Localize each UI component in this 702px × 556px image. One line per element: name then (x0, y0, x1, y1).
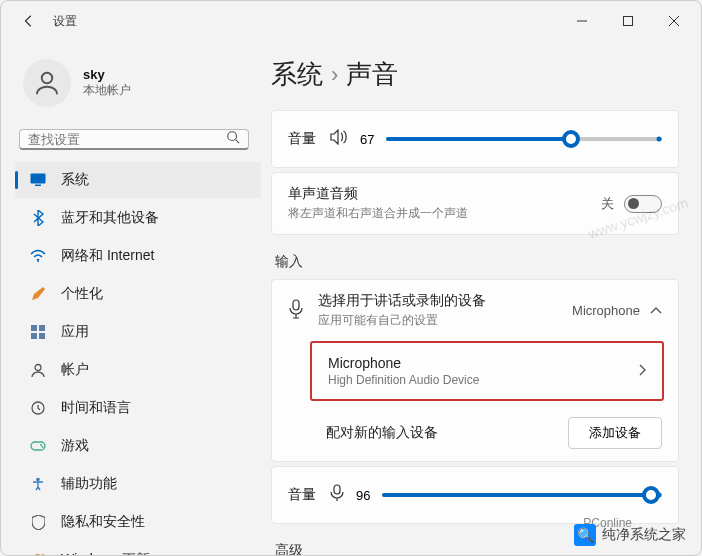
maximize-button[interactable] (605, 5, 651, 37)
pair-device-row: 配对新的输入设备 添加设备 (310, 405, 678, 461)
section-advanced: 高级 (275, 542, 679, 555)
svg-rect-12 (31, 333, 37, 339)
svg-rect-21 (334, 485, 340, 494)
svg-rect-13 (39, 333, 45, 339)
sidebar-item-time[interactable]: 时间和语言 (15, 390, 261, 426)
window-title: 设置 (53, 13, 77, 30)
svg-point-14 (35, 365, 41, 371)
sidebar-item-label: 个性化 (61, 285, 103, 303)
back-button[interactable] (17, 9, 41, 33)
mono-title: 单声道音频 (288, 185, 587, 203)
sidebar-item-bluetooth[interactable]: 蓝牙和其他设备 (15, 200, 261, 236)
search-input[interactable] (28, 132, 226, 147)
chevron-right-icon: › (331, 62, 338, 88)
apps-icon (29, 323, 47, 341)
input-volume-row[interactable]: 音量 96 (272, 467, 678, 523)
gamepad-icon (29, 437, 47, 455)
input-volume-value: 96 (356, 488, 370, 503)
speaker-icon[interactable] (330, 129, 348, 149)
sidebar-item-label: Windows 更新 (61, 551, 150, 555)
add-device-button[interactable]: 添加设备 (568, 417, 662, 449)
choose-value: Microphone (572, 303, 640, 318)
sidebar-item-label: 辅助功能 (61, 475, 117, 493)
profile-block[interactable]: sky 本地帐户 (15, 49, 261, 123)
mono-sub: 将左声道和右声道合并成一个声道 (288, 205, 587, 222)
mono-state: 关 (601, 195, 614, 213)
sidebar-item-label: 蓝牙和其他设备 (61, 209, 159, 227)
chevron-right-icon (638, 362, 646, 380)
update-icon (29, 551, 47, 555)
clock-icon (29, 399, 47, 417)
sidebar-item-update[interactable]: Windows 更新 (15, 542, 261, 555)
close-button[interactable] (651, 5, 697, 37)
sidebar-item-label: 应用 (61, 323, 89, 341)
sidebar-item-label: 时间和语言 (61, 399, 131, 417)
choose-input-device-row[interactable]: 选择用于讲话或录制的设备 应用可能有自己的设置 Microphone (272, 280, 678, 341)
svg-rect-1 (624, 17, 633, 26)
avatar (23, 59, 71, 107)
svg-point-4 (42, 73, 53, 84)
bluetooth-icon (29, 209, 47, 227)
volume-value: 67 (360, 132, 374, 147)
breadcrumb-parent[interactable]: 系统 (271, 57, 323, 92)
microphone-icon (288, 299, 304, 323)
svg-line-6 (236, 140, 240, 144)
svg-point-19 (36, 478, 40, 482)
sidebar-item-privacy[interactable]: 隐私和安全性 (15, 504, 261, 540)
mic-title: Microphone (328, 355, 624, 371)
svg-rect-8 (35, 185, 41, 187)
sidebar-item-apps[interactable]: 应用 (15, 314, 261, 350)
sidebar-item-label: 隐私和安全性 (61, 513, 145, 531)
input-volume-label: 音量 (288, 486, 316, 504)
sidebar-item-label: 网络和 Internet (61, 247, 154, 265)
sidebar-item-gaming[interactable]: 游戏 (15, 428, 261, 464)
brush-icon (29, 285, 47, 303)
mono-audio-row[interactable]: 单声道音频 将左声道和右声道合并成一个声道 关 (272, 173, 678, 234)
sidebar-item-network[interactable]: 网络和 Internet (15, 238, 261, 274)
search-icon (226, 130, 240, 148)
breadcrumb: 系统 › 声音 (271, 57, 679, 92)
profile-name: sky (83, 67, 131, 82)
person-icon (29, 361, 47, 379)
sidebar-item-accounts[interactable]: 帐户 (15, 352, 261, 388)
microphone-icon[interactable] (330, 484, 344, 506)
minimize-button[interactable] (559, 5, 605, 37)
svg-point-5 (228, 132, 237, 141)
sidebar-item-label: 系统 (61, 171, 89, 189)
svg-rect-7 (31, 174, 46, 184)
sidebar-item-label: 帐户 (61, 361, 89, 379)
microphone-device-row[interactable]: Microphone High Definition Audio Device (310, 341, 664, 401)
system-icon (29, 171, 47, 189)
svg-point-9 (37, 260, 39, 262)
profile-sub: 本地帐户 (83, 82, 131, 99)
sidebar-item-personalize[interactable]: 个性化 (15, 276, 261, 312)
shield-icon (29, 513, 47, 531)
wifi-icon (29, 247, 47, 265)
svg-rect-11 (39, 325, 45, 331)
pair-title: 配对新的输入设备 (326, 424, 554, 442)
output-volume-row[interactable]: 音量 67 (272, 111, 678, 167)
svg-point-18 (42, 446, 44, 448)
svg-point-17 (40, 444, 42, 446)
chevron-up-icon (650, 303, 662, 318)
search-box[interactable] (19, 129, 249, 150)
volume-label: 音量 (288, 130, 316, 148)
svg-rect-10 (31, 325, 37, 331)
choose-title: 选择用于讲话或录制的设备 (318, 292, 558, 310)
watermark-pconline: PConline (583, 516, 632, 530)
sidebar-item-system[interactable]: 系统 (15, 162, 261, 198)
section-input: 输入 (275, 253, 679, 271)
sidebar-item-label: 游戏 (61, 437, 89, 455)
mic-sub: High Definition Audio Device (328, 373, 624, 387)
svg-rect-16 (31, 442, 45, 450)
breadcrumb-current: 声音 (346, 57, 398, 92)
accessibility-icon (29, 475, 47, 493)
choose-sub: 应用可能有自己的设置 (318, 312, 558, 329)
mono-toggle[interactable] (624, 195, 662, 213)
svg-rect-20 (293, 300, 299, 310)
sidebar-item-accessibility[interactable]: 辅助功能 (15, 466, 261, 502)
input-volume-slider[interactable] (382, 493, 662, 497)
output-volume-slider[interactable] (386, 137, 662, 141)
